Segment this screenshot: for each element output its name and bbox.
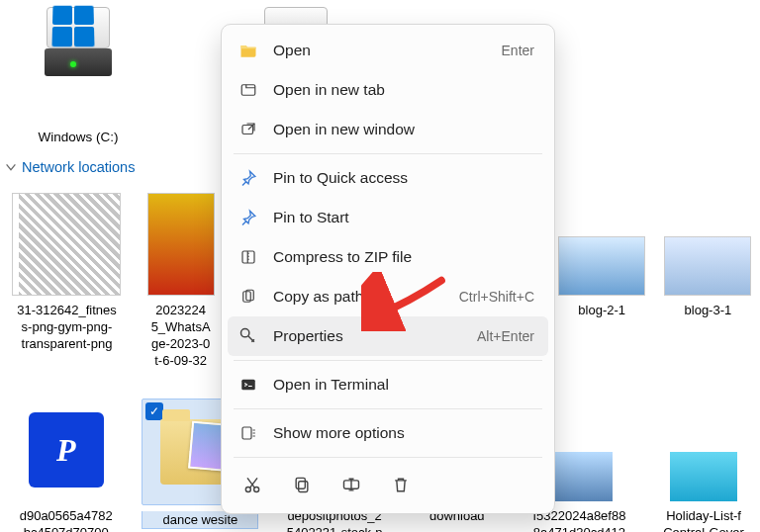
file-label: 2023224 5_WhatsA ge-2023-0 t-6-09-32	[151, 302, 211, 369]
menu-shortcut: Enter	[502, 43, 534, 58]
file-item[interactable]: P d90a0565a4782 bc4507d70700	[8, 399, 124, 532]
menu-icon-bar	[228, 462, 548, 507]
file-item[interactable]: 31-312642_fitnes s-png-gym-png- transpar…	[8, 193, 126, 352]
copy-icon[interactable]	[291, 474, 313, 495]
image-thumbnail	[148, 194, 214, 295]
menu-label: Open	[273, 42, 311, 59]
svg-rect-7	[242, 427, 251, 439]
app-tile-icon: P	[29, 412, 104, 488]
windows-logo-icon	[51, 6, 94, 47]
menu-item-pin-quick[interactable]: Pin to Quick access	[228, 158, 548, 198]
menu-item-compress-zip[interactable]: Compress to ZIP file	[228, 237, 548, 277]
drive-windows-c[interactable]: Windows (C:)	[14, 5, 142, 144]
svg-rect-0	[241, 85, 255, 96]
menu-item-properties[interactable]: Properties Alt+Enter	[228, 316, 548, 356]
menu-item-open-terminal[interactable]: Open in Terminal	[228, 365, 548, 404]
menu-item-copy-path[interactable]: Copy as path Ctrl+Shift+C	[228, 277, 548, 316]
menu-label: Open in new window	[273, 121, 415, 138]
file-label: blog-2-1	[578, 302, 625, 318]
menu-item-open-tab[interactable]: Open in new tab	[228, 70, 548, 110]
pin-icon	[238, 167, 259, 189]
menu-item-open-window[interactable]: Open in new window	[228, 110, 548, 149]
image-thumbnail	[670, 452, 737, 501]
menu-item-pin-start[interactable]: Pin to Start	[228, 198, 548, 237]
delete-icon[interactable]	[390, 474, 412, 495]
file-label: blog-3-1	[685, 302, 732, 318]
properties-icon	[238, 325, 259, 347]
new-tab-icon	[238, 79, 259, 101]
chevron-down-icon	[4, 160, 18, 174]
menu-label: Copy as path	[273, 288, 363, 306]
file-item[interactable]: blog-2-1	[558, 193, 646, 318]
menu-shortcut: Alt+Enter	[477, 328, 534, 344]
menu-label: Open in Terminal	[273, 376, 389, 394]
svg-rect-11	[296, 478, 305, 488]
rename-icon[interactable]	[340, 474, 362, 495]
svg-rect-6	[241, 380, 255, 391]
svg-rect-10	[299, 482, 308, 492]
menu-separator	[234, 457, 542, 458]
more-options-icon	[238, 422, 259, 444]
file-item[interactable]: Holiday-List-f Central-Gover	[655, 399, 752, 532]
zip-icon	[238, 246, 259, 268]
file-label: Holiday-List-f Central-Gover	[663, 507, 744, 532]
cut-icon[interactable]	[241, 474, 263, 495]
menu-shortcut: Ctrl+Shift+C	[459, 289, 534, 305]
menu-label: Show more options	[273, 424, 405, 442]
file-label: d90a0565a4782 bc4507d70700	[20, 507, 113, 532]
new-window-icon	[238, 119, 259, 140]
selection-check-icon[interactable]: ✓	[145, 402, 163, 420]
image-thumbnail	[665, 237, 750, 295]
menu-separator	[234, 408, 542, 409]
file-item[interactable]: blog-3-1	[664, 193, 752, 318]
menu-label: Compress to ZIP file	[273, 248, 412, 266]
file-item[interactable]: 2023224 5_WhatsA ge-2023-0 t-6-09-32	[143, 193, 218, 369]
menu-label: Pin to Quick access	[273, 169, 408, 187]
context-menu: Open Enter Open in new tab Open in new w…	[221, 24, 555, 514]
menu-item-more-options[interactable]: Show more options	[228, 413, 548, 453]
menu-item-open[interactable]: Open Enter	[228, 31, 548, 70]
folder-open-icon	[238, 40, 259, 61]
file-label: 31-312642_fitnes s-png-gym-png- transpar…	[17, 302, 116, 352]
terminal-icon	[238, 374, 259, 396]
copy-path-icon	[238, 286, 259, 308]
drive-icon	[43, 5, 114, 76]
image-thumbnail	[559, 237, 644, 295]
svg-point-5	[241, 329, 249, 337]
pin-icon	[238, 207, 259, 228]
network-locations-label: Network locations	[22, 159, 135, 175]
drive-label: Windows (C:)	[38, 130, 118, 144]
menu-label: Pin to Start	[273, 209, 349, 226]
menu-separator	[234, 153, 542, 154]
menu-label: Open in new tab	[273, 81, 385, 99]
image-thumbnail	[545, 452, 613, 501]
image-thumbnail	[13, 194, 120, 295]
menu-label: Properties	[273, 327, 343, 345]
menu-separator	[234, 360, 542, 361]
